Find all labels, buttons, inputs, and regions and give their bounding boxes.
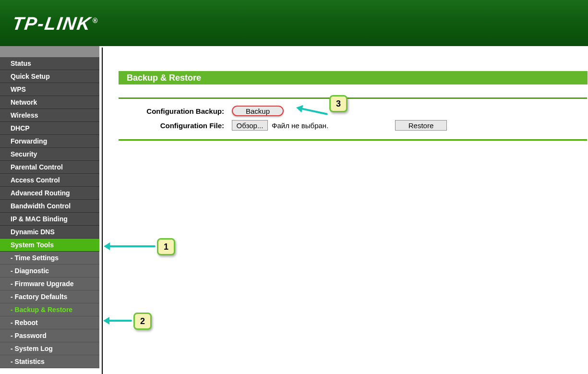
browse-button[interactable]: Обзор...	[232, 120, 268, 131]
sidebar-item-status[interactable]: Status	[0, 57, 99, 70]
brand-reg: ®	[93, 17, 98, 24]
sidebar-item-forwarding[interactable]: Forwarding	[0, 135, 99, 148]
sidebar-sub-system-log[interactable]: - System Log	[0, 342, 99, 355]
brand-logo: TP-LINK®	[11, 13, 99, 34]
sidebar-item-access-control[interactable]: Access Control	[0, 174, 99, 187]
sidebar-sub-time-settings[interactable]: - Time Settings	[0, 252, 99, 265]
section-divider-bottom	[119, 139, 587, 141]
sidebar-item-bandwidth-control[interactable]: Bandwidth Control	[0, 200, 99, 213]
callout-badge-2: 2	[133, 313, 152, 330]
sidebar: Status Quick Setup WPS Network Wireless …	[0, 46, 99, 374]
sidebar-item-dynamic-dns[interactable]: Dynamic DNS	[0, 226, 99, 239]
sidebar-spacer	[0, 46, 99, 57]
label-config-backup: Configuration Backup:	[119, 107, 232, 115]
label-config-file: Configuration File:	[119, 121, 232, 130]
callout-badge-3: 3	[329, 95, 348, 112]
sidebar-sub-statistics[interactable]: - Statistics	[0, 355, 99, 368]
sidebar-item-parental-control[interactable]: Parental Control	[0, 161, 99, 174]
callout-arrow-1	[106, 245, 156, 247]
main-content: Backup & Restore Configuration Backup: B…	[103, 46, 588, 374]
sidebar-item-advanced-routing[interactable]: Advanced Routing	[0, 187, 99, 200]
sidebar-item-ip-mac-binding[interactable]: IP & MAC Binding	[0, 213, 99, 226]
form-zone: Configuration Backup: Backup Configurati…	[119, 97, 587, 141]
sidebar-sub-diagnostic[interactable]: - Diagnostic	[0, 265, 99, 277]
sidebar-sub-factory-defaults[interactable]: - Factory Defaults	[0, 290, 99, 303]
sidebar-item-system-tools[interactable]: System Tools	[0, 239, 99, 252]
sidebar-sub-password[interactable]: - Password	[0, 329, 99, 342]
sidebar-item-wps[interactable]: WPS	[0, 83, 99, 96]
row-config-file: Configuration File: Обзор... Файл не выб…	[119, 120, 587, 131]
sidebar-item-quick-setup[interactable]: Quick Setup	[0, 70, 99, 83]
brand-text: TP-LINK	[11, 13, 93, 34]
sidebar-sub-backup-restore[interactable]: - Backup & Restore	[0, 303, 99, 316]
row-config-backup: Configuration Backup: Backup	[119, 106, 587, 116]
callout-arrow-2	[106, 320, 132, 322]
section-divider-top	[119, 97, 587, 99]
page-title: Backup & Restore	[119, 71, 588, 84]
sidebar-sub-firmware-upgrade[interactable]: - Firmware Upgrade	[0, 277, 99, 290]
sidebar-item-network[interactable]: Network	[0, 96, 99, 109]
callout-badge-1: 1	[157, 238, 175, 255]
restore-button[interactable]: Restore	[395, 120, 447, 131]
header: TP-LINK®	[0, 0, 588, 46]
backup-button[interactable]: Backup	[232, 106, 284, 116]
sidebar-item-dhcp[interactable]: DHCP	[0, 122, 99, 135]
vertical-divider	[99, 46, 103, 374]
body: Status Quick Setup WPS Network Wireless …	[0, 46, 588, 374]
sidebar-item-wireless[interactable]: Wireless	[0, 109, 99, 122]
sidebar-item-security[interactable]: Security	[0, 148, 99, 161]
sidebar-sub-reboot[interactable]: - Reboot	[0, 316, 99, 329]
file-status-text: Файл не выбран.	[272, 121, 328, 130]
